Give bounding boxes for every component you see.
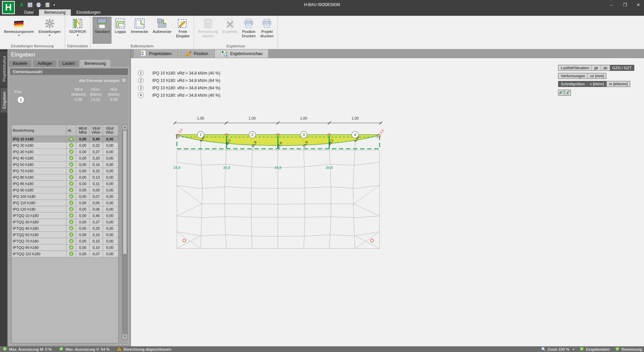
project-data-icon <box>140 50 147 58</box>
cell-med-mrd: 0,00 <box>76 219 90 225</box>
structure-diagram: 1,001,001,001,003,43,59,8618,221,822,821… <box>131 58 644 346</box>
printer-big <box>262 17 272 30</box>
scroll-up-icon[interactable]: ▲ <box>122 125 127 130</box>
panel-tab-bauteile[interactable]: Bauteile <box>8 60 32 67</box>
svg-text:4: 4 <box>354 133 356 137</box>
panel-title: Eingaben <box>11 51 35 58</box>
check-icon <box>69 137 73 142</box>
view-control-label: Schnittgrößen <box>558 81 588 87</box>
cell-ok <box>66 225 76 231</box>
side-tab-eingaben[interactable]: Eingaben <box>1 88 8 113</box>
ribbon-button-au-enecke[interactable]: Außenecke <box>151 17 174 44</box>
cell-ok <box>66 206 76 212</box>
ribbon-button-isopro®[interactable]: ISOPRO®▾ <box>67 17 88 44</box>
app-logo[interactable]: H <box>2 1 15 14</box>
table-row[interactable]: IPQ 40 h1800,000,200,00 <box>12 155 118 162</box>
table-row[interactable]: IPQ 30 h1800,000,270,00 <box>12 149 118 155</box>
ribbon-tab-einstellungen[interactable]: Einstellungen <box>71 9 106 16</box>
table-row[interactable]: IPQ 70 h1800,000,150,00 <box>12 168 118 174</box>
table-row[interactable]: IPQ 100 h1800,000,070,00 <box>12 193 118 200</box>
scroll-down-icon[interactable]: ▼ <box>122 334 127 339</box>
ribbon-group-label: Balkonsystem <box>91 44 194 49</box>
panel-tab-lasten[interactable]: Lasten <box>58 60 79 67</box>
doc-tab-ergebnisvorschau[interactable]: Ergebnisvorschau <box>215 49 268 58</box>
ribbon-button-loggia[interactable]: Loggia <box>112 17 128 44</box>
table-row[interactable]: IPTQQ 110 h1800,000,070,00 <box>12 251 118 257</box>
result-list-item[interactable]: 3IPQ 10 h180: vRd = 34,8 kN/m (64 %) <box>138 85 220 91</box>
table-row[interactable]: IPTQQ 30 h1800,000,270,00 <box>12 219 118 225</box>
ribbon-button-ergebnis: Ergebnis <box>220 17 239 44</box>
ribbon-button-innenecke[interactable]: Innenecke <box>129 17 150 44</box>
cell-ok <box>66 245 76 251</box>
result-list-item[interactable]: 2IPQ 10 h180: vRd = 34,8 kN/m (64 %) <box>138 78 220 83</box>
ribbon-tab-bemessung[interactable]: Bemessung <box>39 9 71 16</box>
check-icon <box>59 347 63 352</box>
view-control-row: Lastfall/SituationgkqkGZG / GZT <box>558 65 634 71</box>
check-icon <box>69 213 73 218</box>
doc-tab-projektdaten[interactable]: Projektdaten <box>134 49 177 58</box>
table-row[interactable]: IPQ 20 h1800,000,320,00 <box>12 142 118 149</box>
cell-ok <box>66 136 76 142</box>
panel-tab-auflager[interactable]: Auflager <box>33 60 57 67</box>
ribbon-button-position-drucken[interactable]: PositionDrucken <box>240 17 258 44</box>
result-preview-icon <box>220 50 228 58</box>
table-header-row: BezeichnungokMEd/MRdVEd/VRd+VEd/VRd- <box>12 125 118 136</box>
check-icon <box>69 232 73 237</box>
font-increase-button[interactable]: A <box>558 90 564 96</box>
cell-med-mrd: 0,00 <box>76 245 90 251</box>
close-button[interactable]: ✕ <box>636 2 641 7</box>
font-decrease-button[interactable]: A <box>565 90 571 96</box>
view-option-gk[interactable]: gk <box>592 65 601 71</box>
table-row[interactable]: IPQ 90 h1800,000,090,00 <box>12 187 118 193</box>
doc-tab-position[interactable]: Position <box>178 49 214 58</box>
table-row[interactable]: IPQ 120 h1800,000,060,00 <box>12 206 118 213</box>
table-row[interactable]: IPQ 50 h1800,000,160,00 <box>12 162 118 168</box>
cell-ved-vrdminus: 0,00 <box>103 142 116 148</box>
cell-bezeichnung: IPQ 70 h180 <box>12 168 66 174</box>
svg-text:A: A <box>559 91 562 95</box>
cell-ok <box>66 142 76 148</box>
table-row[interactable]: IPTQQ 50 h1800,000,160,00 <box>12 232 118 238</box>
cell-ok <box>66 213 76 219</box>
table-scrollbar[interactable]: ▲ ▼ <box>122 125 128 339</box>
table-row[interactable]: IPQ 110 h1800,000,060,00 <box>12 200 118 206</box>
ribbon-button-projekt-drucken[interactable]: Projektdrucken <box>258 17 276 44</box>
ribbon-button-einstellungen[interactable]: Einstellungen▾ <box>37 17 63 44</box>
side-tab-projektstruktur[interactable]: Projektstruktur <box>1 52 8 85</box>
result-list-item[interactable]: 1IPQ 10 h180: vRd = 34,8 kN/m (40 %) <box>138 70 220 76</box>
ribbon-button-bemessungsnorm[interactable]: Bemessungsnorm▾ <box>2 17 36 44</box>
view-option-v-kn-m-[interactable]: v [kN/m] <box>588 81 607 87</box>
table-row[interactable]: IPQ 80 h1800,000,130,00 <box>12 174 118 181</box>
table-row[interactable]: IPTQQ 70 h1800,000,150,00 <box>12 238 118 245</box>
table-row[interactable]: IPTQQ 10 h1800,000,400,00 <box>12 213 118 219</box>
ribbon-button-freie-eingabe[interactable]: FreieEingabe <box>174 17 192 44</box>
result-x <box>225 17 235 30</box>
view-option-qk[interactable]: qk <box>601 65 610 71</box>
position-number-badge[interactable]: 1 <box>17 96 24 103</box>
cell-ok <box>66 200 76 206</box>
check-icon <box>69 169 73 174</box>
ribbon-tab-datei[interactable]: Datei <box>19 9 39 16</box>
view-option-m-knm-m-[interactable]: m [kNm/m] <box>607 81 630 87</box>
view-option-gzg-gzt[interactable]: GZG / GZT <box>610 65 634 71</box>
show-all-checkbox[interactable] <box>121 78 126 83</box>
document-tabs: ProjektdatenPositionErgebnisvorschau <box>131 49 644 58</box>
result-list-item[interactable]: 4IPQ 10 h180: vRd = 34,8 kN/m (40 %) <box>138 92 220 98</box>
table-row[interactable]: IPTQQ 40 h1800,000,200,00 <box>12 225 118 232</box>
table-row[interactable]: IPQ 10 h1800,000,400,00 <box>12 136 118 142</box>
view-option-uz-mm-[interactable]: uz [mm] <box>588 73 606 79</box>
table-row[interactable]: IPQ 85 h1800,000,110,00 <box>12 181 118 187</box>
cell-med-mrd: 0,00 <box>76 213 90 219</box>
cell-bezeichnung: IPQ 40 h180 <box>12 155 66 161</box>
scroll-thumb[interactable] <box>123 130 127 254</box>
minimize-button[interactable]: – <box>609 2 614 7</box>
table-row[interactable]: IPTQQ 90 h1800,000,100,00 <box>12 245 118 251</box>
svg-text:1,00: 1,00 <box>249 116 256 120</box>
status-dropdown-icon[interactable]: ▾ <box>573 348 575 351</box>
status-item: Max. Ausnutzung M: 0 % <box>3 347 52 352</box>
restore-button[interactable]: ❐ <box>623 2 627 7</box>
ribbon-button-standard[interactable]: Standard <box>93 17 112 44</box>
result-number-badge: 1 <box>138 70 144 76</box>
panel-tab-bemessung[interactable]: Bemessung <box>80 60 110 67</box>
ribbon-group: ISOPRO®▾Dämmstärke <box>65 16 91 49</box>
